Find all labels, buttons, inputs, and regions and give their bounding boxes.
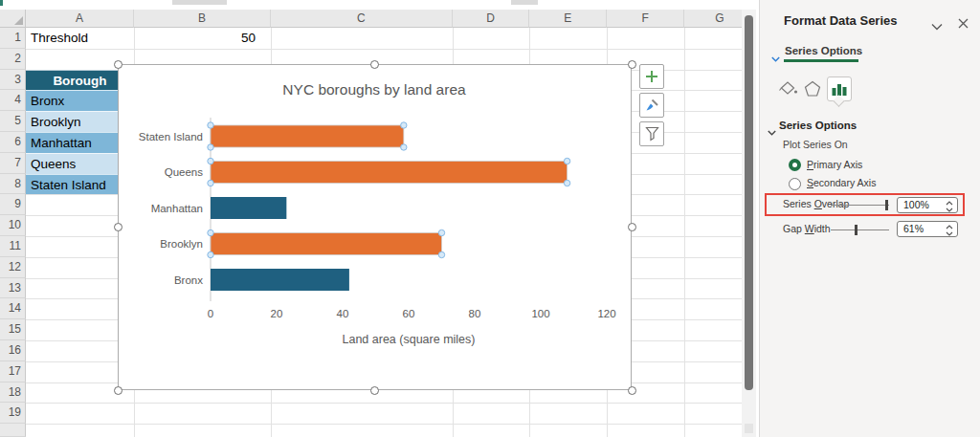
row-header-11[interactable]: 11 [0,236,26,257]
x-tick-label: 60 [403,308,415,319]
section-series-options: Series Options [779,120,857,131]
row-header-16[interactable]: 16 [0,340,26,361]
secondary-axis-label[interactable]: Secondary Axis [807,177,876,188]
gridline [26,403,742,404]
category-label: Queens [165,166,204,178]
gap-width-slider[interactable] [831,229,889,230]
row-header-1[interactable]: 1 [0,28,26,49]
row-header-15[interactable]: 15 [0,319,26,340]
row-header-17[interactable]: 17 [0,361,26,382]
row-header-19[interactable]: 19 [0,403,26,424]
chevron-down-icon [771,56,780,62]
chart-filters-button[interactable] [639,121,664,146]
series-point-handle [564,180,569,186]
spinner-down-icon[interactable] [946,231,953,236]
x-axis-title: Land area (square miles) [343,333,476,346]
series-point-handle [208,122,213,128]
category-label: Staten Island [139,131,203,142]
series-point-handle [208,144,213,150]
scrollbar-down-button[interactable] [745,424,753,433]
tab-fill-line[interactable] [775,76,800,101]
gap-width-input[interactable]: 61% [897,221,958,237]
scrollbar-thumb[interactable] [745,15,753,390]
series-point-handle [208,180,213,186]
column-header-D[interactable]: D [453,10,530,28]
row-header-3[interactable]: 3 [0,70,26,91]
primary-axis-label[interactable]: Primary Axis [807,159,862,170]
funnel-icon [645,126,659,142]
plus-icon [645,70,658,83]
row-header-13[interactable]: 13 [0,278,26,299]
chevron-down-icon [931,23,943,31]
series-point-handle [438,229,444,235]
section-collapse[interactable] [768,122,776,140]
bar-queens[interactable] [211,162,568,184]
secondary-axis-radio[interactable] [789,178,801,190]
spinner-up-icon[interactable] [946,225,953,229]
row-header-4[interactable]: 4 [0,90,26,111]
bar-bronx[interactable] [211,269,349,291]
chart-styles-button[interactable] [639,93,664,118]
row-header-2[interactable]: 2 [0,49,26,70]
row-header-6[interactable]: 6 [0,132,26,153]
pentagon-icon [802,79,823,98]
column-header-F[interactable]: F [607,10,684,28]
select-all-corner[interactable] [0,10,26,28]
row-header-5[interactable]: 5 [0,111,26,132]
x-tick-label: 40 [337,308,349,319]
chart-selection-handle[interactable] [628,60,636,69]
cell-A1[interactable]: Threshold [31,28,88,49]
pane-close-button[interactable] [958,15,969,33]
bar-brooklyn[interactable] [211,233,442,255]
bar-chart: NYC boroughs by land areaStaten IslandQu… [119,65,631,389]
series-options-collapse[interactable] [771,49,780,66]
chart-selection-handle[interactable] [370,386,379,395]
close-icon [958,18,969,29]
bar-staten-island[interactable] [211,125,404,147]
series-point-handle [401,122,407,128]
chart-selection-handle[interactable] [628,386,636,395]
column-header-A[interactable]: A [26,10,134,28]
tab-effects[interactable] [800,76,825,101]
cell-B1[interactable]: 50 [134,28,256,49]
series-point-handle [401,144,407,150]
category-label: Bronx [174,274,203,286]
tab-series-options[interactable]: Series Options [785,45,862,56]
series-point-handle [438,251,444,257]
pane-collapse-button[interactable] [931,17,943,34]
chart-selection-handle[interactable] [114,386,122,395]
row-header-14[interactable]: 14 [0,298,26,319]
row-header-9[interactable]: 9 [0,194,26,215]
x-tick-label: 80 [469,308,481,319]
column-header-B[interactable]: B [134,10,271,28]
primary-axis-radio[interactable] [789,159,801,171]
row-header-7[interactable]: 7 [0,153,26,174]
row-header-18[interactable]: 18 [0,382,26,404]
column-header-E[interactable]: E [529,10,607,28]
format-data-series-pane: Format Data Series Series Options [759,0,980,437]
chart-title: NYC boroughs by land area [282,81,466,98]
chart-object[interactable]: NYC boroughs by land areaStaten IslandQu… [118,64,632,390]
chart-selection-handle[interactable] [114,60,122,69]
sheet-vertical-scrollbar[interactable] [742,10,756,437]
fill-line-icon [777,79,798,98]
row-header-12[interactable]: 12 [0,257,26,278]
row-header-8[interactable]: 8 [0,174,26,195]
row-header-partial[interactable] [0,424,26,437]
gridline [26,424,742,425]
chart-selection-handle[interactable] [114,223,122,231]
bar-manhattan[interactable] [211,197,286,219]
chart-selection-handle[interactable] [628,223,636,231]
chart-elements-button[interactable] [639,64,664,89]
chevron-down-icon [768,130,776,136]
ui-fragment [511,0,538,5]
row-header-10[interactable]: 10 [0,215,26,236]
column-header-C[interactable]: C [271,10,453,28]
pane-title: Format Data Series [784,13,898,28]
gridline [684,28,685,437]
window-edge [0,0,3,6]
chart-selection-handle[interactable] [370,60,379,69]
gap-width-slider-thumb[interactable] [855,225,858,235]
gap-width-label: Gap Width [783,223,831,234]
category-label: Brooklyn [160,238,203,250]
